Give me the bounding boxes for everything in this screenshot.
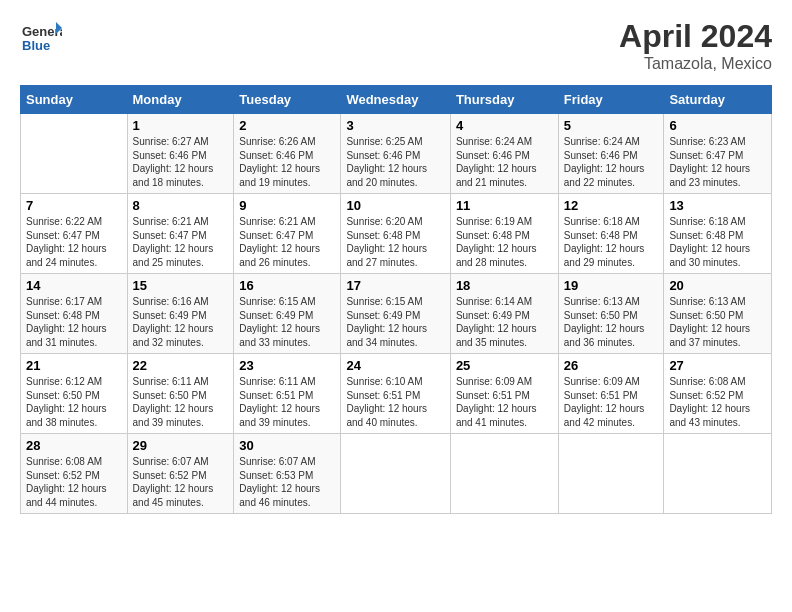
day-number: 12 bbox=[564, 198, 659, 213]
day-number: 21 bbox=[26, 358, 122, 373]
table-row bbox=[664, 434, 772, 514]
calendar-week-row: 7 Sunrise: 6:22 AMSunset: 6:47 PMDayligh… bbox=[21, 194, 772, 274]
table-row: 8 Sunrise: 6:21 AMSunset: 6:47 PMDayligh… bbox=[127, 194, 234, 274]
day-number: 8 bbox=[133, 198, 229, 213]
day-info: Sunrise: 6:17 AMSunset: 6:48 PMDaylight:… bbox=[26, 296, 107, 348]
day-number: 17 bbox=[346, 278, 444, 293]
table-row bbox=[450, 434, 558, 514]
calendar-body: 1 Sunrise: 6:27 AMSunset: 6:46 PMDayligh… bbox=[21, 114, 772, 514]
page: General Blue April 2024 Tamazola, Mexico… bbox=[0, 0, 792, 524]
day-number: 10 bbox=[346, 198, 444, 213]
table-row: 30 Sunrise: 6:07 AMSunset: 6:53 PMDaylig… bbox=[234, 434, 341, 514]
day-number: 19 bbox=[564, 278, 659, 293]
table-row: 3 Sunrise: 6:25 AMSunset: 6:46 PMDayligh… bbox=[341, 114, 450, 194]
title-block: April 2024 Tamazola, Mexico bbox=[619, 18, 772, 73]
day-number: 28 bbox=[26, 438, 122, 453]
table-row: 6 Sunrise: 6:23 AMSunset: 6:47 PMDayligh… bbox=[664, 114, 772, 194]
logo: General Blue bbox=[20, 18, 62, 60]
day-info: Sunrise: 6:10 AMSunset: 6:51 PMDaylight:… bbox=[346, 376, 427, 428]
day-info: Sunrise: 6:25 AMSunset: 6:46 PMDaylight:… bbox=[346, 136, 427, 188]
day-number: 2 bbox=[239, 118, 335, 133]
table-row: 25 Sunrise: 6:09 AMSunset: 6:51 PMDaylig… bbox=[450, 354, 558, 434]
day-number: 3 bbox=[346, 118, 444, 133]
day-info: Sunrise: 6:23 AMSunset: 6:47 PMDaylight:… bbox=[669, 136, 750, 188]
header-saturday: Saturday bbox=[664, 86, 772, 114]
header: General Blue April 2024 Tamazola, Mexico bbox=[20, 18, 772, 73]
table-row: 27 Sunrise: 6:08 AMSunset: 6:52 PMDaylig… bbox=[664, 354, 772, 434]
day-info: Sunrise: 6:21 AMSunset: 6:47 PMDaylight:… bbox=[133, 216, 214, 268]
table-row: 7 Sunrise: 6:22 AMSunset: 6:47 PMDayligh… bbox=[21, 194, 128, 274]
day-info: Sunrise: 6:26 AMSunset: 6:46 PMDaylight:… bbox=[239, 136, 320, 188]
day-info: Sunrise: 6:21 AMSunset: 6:47 PMDaylight:… bbox=[239, 216, 320, 268]
header-tuesday: Tuesday bbox=[234, 86, 341, 114]
table-row: 10 Sunrise: 6:20 AMSunset: 6:48 PMDaylig… bbox=[341, 194, 450, 274]
table-row: 5 Sunrise: 6:24 AMSunset: 6:46 PMDayligh… bbox=[558, 114, 664, 194]
table-row: 15 Sunrise: 6:16 AMSunset: 6:49 PMDaylig… bbox=[127, 274, 234, 354]
table-row: 23 Sunrise: 6:11 AMSunset: 6:51 PMDaylig… bbox=[234, 354, 341, 434]
table-row: 22 Sunrise: 6:11 AMSunset: 6:50 PMDaylig… bbox=[127, 354, 234, 434]
day-info: Sunrise: 6:24 AMSunset: 6:46 PMDaylight:… bbox=[564, 136, 645, 188]
day-number: 24 bbox=[346, 358, 444, 373]
day-number: 6 bbox=[669, 118, 766, 133]
day-info: Sunrise: 6:16 AMSunset: 6:49 PMDaylight:… bbox=[133, 296, 214, 348]
day-number: 11 bbox=[456, 198, 553, 213]
table-row: 14 Sunrise: 6:17 AMSunset: 6:48 PMDaylig… bbox=[21, 274, 128, 354]
table-row: 2 Sunrise: 6:26 AMSunset: 6:46 PMDayligh… bbox=[234, 114, 341, 194]
table-row: 16 Sunrise: 6:15 AMSunset: 6:49 PMDaylig… bbox=[234, 274, 341, 354]
day-info: Sunrise: 6:22 AMSunset: 6:47 PMDaylight:… bbox=[26, 216, 107, 268]
day-number: 14 bbox=[26, 278, 122, 293]
table-row: 17 Sunrise: 6:15 AMSunset: 6:49 PMDaylig… bbox=[341, 274, 450, 354]
day-info: Sunrise: 6:24 AMSunset: 6:46 PMDaylight:… bbox=[456, 136, 537, 188]
day-info: Sunrise: 6:08 AMSunset: 6:52 PMDaylight:… bbox=[26, 456, 107, 508]
table-row: 1 Sunrise: 6:27 AMSunset: 6:46 PMDayligh… bbox=[127, 114, 234, 194]
day-number: 29 bbox=[133, 438, 229, 453]
day-info: Sunrise: 6:19 AMSunset: 6:48 PMDaylight:… bbox=[456, 216, 537, 268]
day-number: 27 bbox=[669, 358, 766, 373]
calendar-week-row: 21 Sunrise: 6:12 AMSunset: 6:50 PMDaylig… bbox=[21, 354, 772, 434]
day-info: Sunrise: 6:18 AMSunset: 6:48 PMDaylight:… bbox=[564, 216, 645, 268]
day-info: Sunrise: 6:20 AMSunset: 6:48 PMDaylight:… bbox=[346, 216, 427, 268]
day-info: Sunrise: 6:13 AMSunset: 6:50 PMDaylight:… bbox=[669, 296, 750, 348]
table-row: 28 Sunrise: 6:08 AMSunset: 6:52 PMDaylig… bbox=[21, 434, 128, 514]
table-row: 12 Sunrise: 6:18 AMSunset: 6:48 PMDaylig… bbox=[558, 194, 664, 274]
day-number: 26 bbox=[564, 358, 659, 373]
day-info: Sunrise: 6:09 AMSunset: 6:51 PMDaylight:… bbox=[564, 376, 645, 428]
day-number: 15 bbox=[133, 278, 229, 293]
calendar-title: April 2024 bbox=[619, 18, 772, 55]
table-row: 20 Sunrise: 6:13 AMSunset: 6:50 PMDaylig… bbox=[664, 274, 772, 354]
table-row: 24 Sunrise: 6:10 AMSunset: 6:51 PMDaylig… bbox=[341, 354, 450, 434]
day-info: Sunrise: 6:14 AMSunset: 6:49 PMDaylight:… bbox=[456, 296, 537, 348]
day-info: Sunrise: 6:18 AMSunset: 6:48 PMDaylight:… bbox=[669, 216, 750, 268]
day-number: 5 bbox=[564, 118, 659, 133]
day-number: 4 bbox=[456, 118, 553, 133]
table-row: 13 Sunrise: 6:18 AMSunset: 6:48 PMDaylig… bbox=[664, 194, 772, 274]
day-info: Sunrise: 6:07 AMSunset: 6:52 PMDaylight:… bbox=[133, 456, 214, 508]
table-row bbox=[21, 114, 128, 194]
table-row: 19 Sunrise: 6:13 AMSunset: 6:50 PMDaylig… bbox=[558, 274, 664, 354]
table-row: 11 Sunrise: 6:19 AMSunset: 6:48 PMDaylig… bbox=[450, 194, 558, 274]
day-info: Sunrise: 6:13 AMSunset: 6:50 PMDaylight:… bbox=[564, 296, 645, 348]
header-friday: Friday bbox=[558, 86, 664, 114]
day-number: 13 bbox=[669, 198, 766, 213]
header-sunday: Sunday bbox=[21, 86, 128, 114]
day-number: 25 bbox=[456, 358, 553, 373]
day-number: 30 bbox=[239, 438, 335, 453]
table-row bbox=[558, 434, 664, 514]
svg-text:Blue: Blue bbox=[22, 38, 50, 53]
day-number: 16 bbox=[239, 278, 335, 293]
day-info: Sunrise: 6:11 AMSunset: 6:51 PMDaylight:… bbox=[239, 376, 320, 428]
day-info: Sunrise: 6:15 AMSunset: 6:49 PMDaylight:… bbox=[346, 296, 427, 348]
day-number: 1 bbox=[133, 118, 229, 133]
calendar-header-row: Sunday Monday Tuesday Wednesday Thursday… bbox=[21, 86, 772, 114]
logo-svg: General Blue bbox=[20, 18, 62, 60]
table-row: 9 Sunrise: 6:21 AMSunset: 6:47 PMDayligh… bbox=[234, 194, 341, 274]
calendar-table: Sunday Monday Tuesday Wednesday Thursday… bbox=[20, 85, 772, 514]
day-info: Sunrise: 6:09 AMSunset: 6:51 PMDaylight:… bbox=[456, 376, 537, 428]
day-number: 18 bbox=[456, 278, 553, 293]
header-monday: Monday bbox=[127, 86, 234, 114]
table-row: 21 Sunrise: 6:12 AMSunset: 6:50 PMDaylig… bbox=[21, 354, 128, 434]
calendar-subtitle: Tamazola, Mexico bbox=[619, 55, 772, 73]
table-row: 18 Sunrise: 6:14 AMSunset: 6:49 PMDaylig… bbox=[450, 274, 558, 354]
day-info: Sunrise: 6:11 AMSunset: 6:50 PMDaylight:… bbox=[133, 376, 214, 428]
calendar-week-row: 1 Sunrise: 6:27 AMSunset: 6:46 PMDayligh… bbox=[21, 114, 772, 194]
